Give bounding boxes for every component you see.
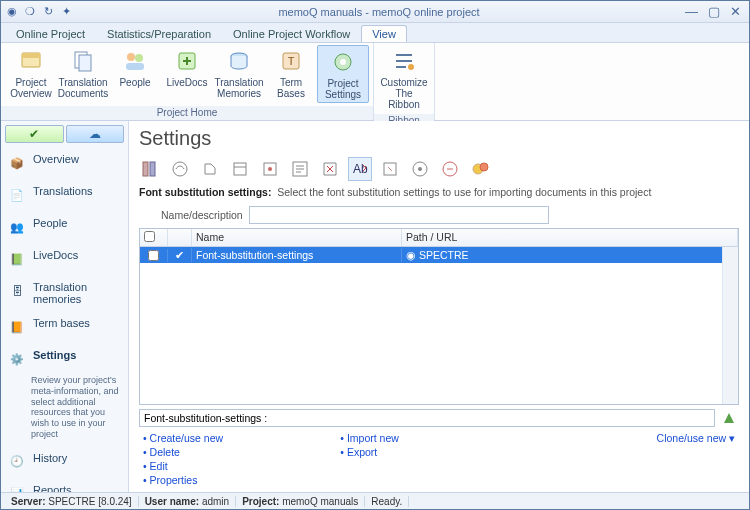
nav-overview[interactable]: 📦Overview: [1, 147, 128, 179]
ribbon-tabs: Online Project Statistics/Preparation On…: [1, 23, 749, 43]
svg-point-19: [268, 167, 272, 171]
nav-history[interactable]: 🕘History: [1, 446, 128, 478]
filter-label: Name/description: [161, 209, 243, 221]
row-checkbox[interactable]: [148, 250, 159, 261]
ribbon-group-ribbon: CustomizeThe Ribbon Ribbon: [374, 43, 435, 120]
tool-icon[interactable]: [229, 158, 251, 180]
tab-view[interactable]: View: [361, 25, 407, 42]
link-clone[interactable]: Clone/use new: [538, 431, 735, 445]
qat-btn-3[interactable]: ✦: [59, 5, 73, 19]
grid-row-selected[interactable]: ✔ Font-substitution-settings ◉SPECTRE: [140, 247, 738, 263]
tool-icon[interactable]: [319, 158, 341, 180]
svg-rect-15: [150, 162, 155, 176]
settings-description: Font substitution settings: Select the f…: [129, 184, 749, 204]
col-path[interactable]: Path / URL: [402, 229, 738, 246]
nav-settings-desc: Review your project's meta-information, …: [1, 375, 128, 446]
window-title: memoQ manuals - memoQ online project: [73, 6, 685, 18]
server-icon: ◉: [406, 249, 416, 261]
tab-online-project[interactable]: Online Project: [5, 25, 96, 42]
minimize-button[interactable]: —: [685, 4, 698, 19]
svg-rect-1: [22, 53, 40, 58]
ribbon-translation-memories[interactable]: TranslationMemories: [213, 45, 265, 101]
svg-point-27: [480, 163, 488, 171]
tab-statistics[interactable]: Statistics/Preparation: [96, 25, 222, 42]
tool-icon[interactable]: [139, 158, 161, 180]
ribbon-group-label: Project Home: [1, 106, 373, 120]
nav-people[interactable]: 👥People: [1, 211, 128, 243]
ribbon-project-settings[interactable]: ProjectSettings: [317, 45, 369, 103]
row-check-icon: ✔: [168, 248, 192, 262]
page-title: Settings: [129, 121, 749, 154]
settings-toolbar: Ab: [129, 154, 749, 184]
row-path: ◉SPECTRE: [402, 248, 738, 262]
filter-input[interactable]: [249, 206, 549, 224]
tool-icon[interactable]: [379, 158, 401, 180]
left-navigation: ✔ ☁ 📦Overview 📄Translations 👥People 📗Liv…: [1, 121, 129, 493]
close-button[interactable]: ✕: [730, 4, 741, 19]
svg-rect-17: [234, 163, 246, 175]
toggle-approve[interactable]: ✔: [5, 125, 64, 143]
nav-translations[interactable]: 📄Translations: [1, 179, 128, 211]
svg-rect-6: [126, 63, 144, 70]
tool-font-substitution-icon[interactable]: Ab: [349, 158, 371, 180]
ribbon-project-overview[interactable]: ProjectOverview: [5, 45, 57, 101]
grid-header: Name Path / URL: [140, 229, 738, 247]
tab-workflow[interactable]: Online Project Workflow: [222, 25, 361, 42]
nav-termbases[interactable]: 📙Term bases: [1, 311, 128, 343]
nav-tm[interactable]: 🗄Translation memories: [1, 275, 128, 311]
status-bar: Server: SPECTRE [8.0.24] User name: admi…: [1, 492, 749, 509]
content-pane: Settings Ab Font substitution settings: …: [129, 121, 749, 493]
svg-point-5: [135, 54, 143, 62]
link-import[interactable]: Import new: [340, 431, 537, 445]
qat-btn-1[interactable]: ❍: [23, 5, 37, 19]
svg-point-12: [340, 59, 346, 65]
tool-icon[interactable]: [469, 158, 491, 180]
app-icon: ◉: [5, 5, 19, 19]
tool-icon[interactable]: [439, 158, 461, 180]
main-area: ✔ ☁ 📦Overview 📄Translations 👥People 📗Liv…: [1, 121, 749, 493]
quick-access-toolbar: ◉ ❍ ↻ ✦: [5, 5, 73, 19]
filter-row: Name/description: [129, 204, 749, 228]
link-delete[interactable]: Delete: [143, 445, 340, 459]
svg-rect-3: [79, 55, 91, 71]
nav-settings[interactable]: ⚙️Settings: [1, 343, 128, 375]
link-properties[interactable]: Properties: [143, 473, 340, 487]
svg-rect-14: [143, 162, 148, 176]
row-name: Font-substitution-settings: [192, 248, 402, 262]
svg-point-24: [418, 167, 422, 171]
ribbon-group-project-home: ProjectOverview TranslationDocuments Peo…: [1, 43, 374, 120]
maximize-button[interactable]: ▢: [708, 4, 720, 19]
settings-grid: Name Path / URL ✔ Font-substitution-sett…: [139, 228, 739, 405]
qat-btn-2[interactable]: ↻: [41, 5, 55, 19]
svg-text:T: T: [288, 55, 295, 67]
tool-icon[interactable]: [409, 158, 431, 180]
action-links: Create/use new Delete Edit Properties Im…: [129, 427, 749, 493]
col-name[interactable]: Name: [192, 229, 402, 246]
svg-point-16: [173, 162, 187, 176]
breadcrumb-row: [139, 409, 739, 427]
ribbon-people[interactable]: People: [109, 45, 161, 90]
ribbon-term-bases[interactable]: TTerm Bases: [265, 45, 317, 101]
svg-text:Ab: Ab: [353, 162, 368, 176]
tool-icon[interactable]: [169, 158, 191, 180]
col-checkbox[interactable]: [140, 229, 168, 246]
breadcrumb-go-icon[interactable]: [719, 409, 739, 427]
link-create[interactable]: Create/use new: [143, 431, 340, 445]
tool-icon[interactable]: [199, 158, 221, 180]
col-icon: [168, 229, 192, 246]
window-controls: — ▢ ✕: [685, 4, 745, 19]
ribbon: ProjectOverview TranslationDocuments Peo…: [1, 43, 749, 121]
nav-toggle-row: ✔ ☁: [1, 121, 128, 147]
breadcrumb-input[interactable]: [139, 409, 715, 427]
toggle-cloud[interactable]: ☁: [66, 125, 125, 143]
vertical-scrollbar[interactable]: [722, 247, 738, 404]
ribbon-livedocs[interactable]: LiveDocs: [161, 45, 213, 90]
ribbon-customize[interactable]: CustomizeThe Ribbon: [378, 45, 430, 112]
svg-point-4: [127, 53, 135, 61]
tool-icon[interactable]: [259, 158, 281, 180]
ribbon-translation-documents[interactable]: TranslationDocuments: [57, 45, 109, 101]
link-edit[interactable]: Edit: [143, 459, 340, 473]
nav-livedocs[interactable]: 📗LiveDocs: [1, 243, 128, 275]
tool-icon[interactable]: [289, 158, 311, 180]
link-export[interactable]: Export: [340, 445, 537, 459]
